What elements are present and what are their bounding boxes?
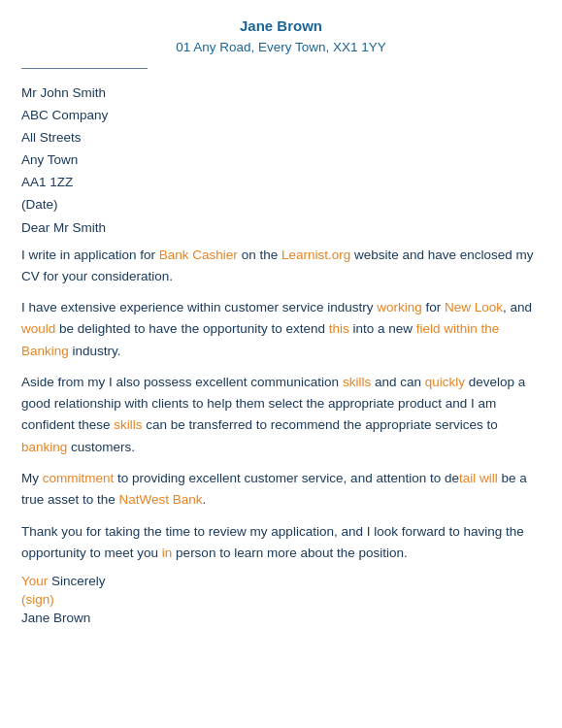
paragraph-1: I write in application for Bank Cashier … bbox=[21, 245, 541, 288]
paragraph-5: Thank you for taking the time to review … bbox=[21, 521, 541, 565]
paragraph-3: Aside from my I also possess excellent c… bbox=[21, 372, 541, 458]
recipient-company: ABC Company bbox=[21, 105, 541, 127]
header-name: Jane Brown bbox=[21, 17, 541, 34]
paragraph-4: My commitment to providing excellent cus… bbox=[21, 468, 541, 512]
recipient-town: Any Town bbox=[21, 149, 541, 172]
recipient-date: (Date) bbox=[21, 194, 541, 216]
recipient-block: Mr John Smith ABC Company All Streets An… bbox=[21, 83, 541, 216]
closing-line: Your Sincerely bbox=[21, 574, 541, 588]
salutation-line: Dear Mr Smith bbox=[21, 220, 541, 235]
recipient-postcode: AA1 1ZZ bbox=[21, 172, 541, 194]
paragraph-2: I have extensive experience within custo… bbox=[21, 297, 541, 362]
body-block: I write in application for Bank Cashier … bbox=[21, 245, 541, 564]
recipient-salutation: Mr John Smith bbox=[21, 83, 541, 105]
recipient-street: All Streets bbox=[21, 127, 541, 149]
header-address: 01 Any Road, Every Town, XX1 1YY bbox=[21, 40, 541, 54]
sign-line: (sign) bbox=[21, 592, 541, 607]
footer-name: Jane Brown bbox=[21, 611, 541, 625]
divider bbox=[21, 68, 148, 69]
